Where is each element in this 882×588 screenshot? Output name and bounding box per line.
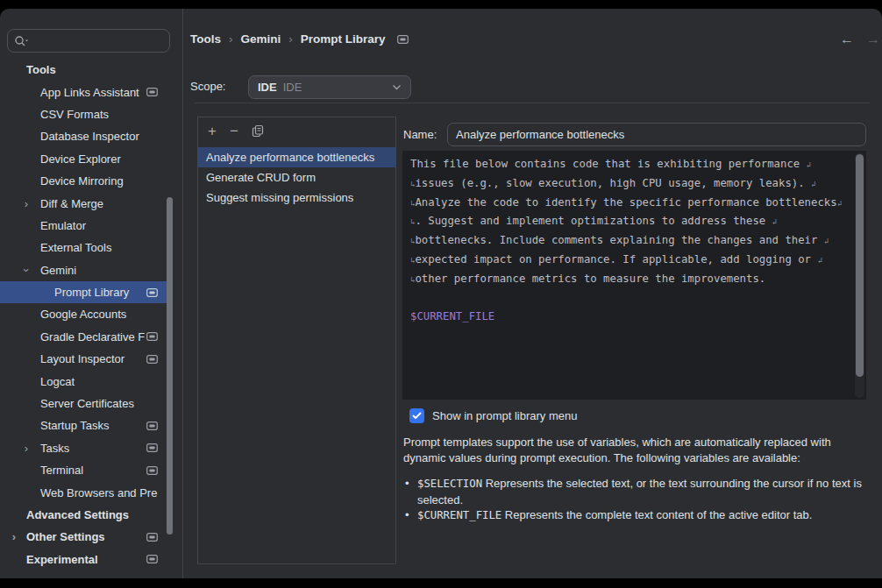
sidebar-item-label: Layout Inspector (40, 352, 124, 365)
breadcrumb-separator: › (229, 32, 233, 46)
sidebar-item-label: Logcat (40, 375, 75, 388)
chevron-down-icon (392, 84, 402, 90)
sidebar-item-layout-inspector[interactable]: Layout Inspector (0, 348, 167, 370)
sidebar-item-diff-merge[interactable]: › Diff & Merge (0, 192, 167, 214)
sidebar-item-other-settings[interactable]: › Other Settings (0, 526, 167, 548)
sidebar-item-advanced-settings[interactable]: Advanced Settings (0, 504, 167, 526)
variables-description: Prompt templates support the use of vari… (403, 435, 866, 465)
sidebar-item-label: Advanced Settings (26, 508, 129, 521)
add-prompt-button[interactable]: + (208, 124, 217, 138)
prompt-name-input[interactable] (447, 123, 866, 146)
editor-line: ↳other performance metrics to measure th… (410, 270, 845, 289)
settings-search-box[interactable] (7, 29, 170, 53)
monitor-icon (146, 355, 158, 364)
breadcrumb-gemini[interactable]: Gemini (241, 32, 281, 46)
monitor-icon (146, 533, 158, 542)
sidebar-item-label: Terminal (40, 464, 83, 477)
sidebar-item-google-accounts[interactable]: Google Accounts (0, 303, 167, 325)
remove-prompt-button[interactable]: − (230, 124, 238, 138)
sidebar-item-experimental[interactable]: Experimental (0, 549, 167, 570)
breadcrumb: Tools › Gemini › Prompt Library (190, 32, 409, 46)
bullet-icon: • (405, 476, 409, 492)
breadcrumb-prompt-library[interactable]: Prompt Library (301, 32, 386, 46)
sidebar-item-label: Gemini (40, 264, 76, 277)
sidebar-item-device-mirroring[interactable]: Device Mirroring (0, 170, 167, 192)
sidebar-item-database-inspector[interactable]: Database Inspector (0, 125, 167, 147)
sidebar-item-server-certificates[interactable]: Server Certificates (0, 393, 167, 414)
sidebar-item-label: Gradle Declarative F (40, 330, 145, 344)
sidebar-item-label: Emulator (40, 219, 86, 232)
monitor-icon (146, 288, 158, 297)
sidebar-item-label: Device Explorer (40, 152, 121, 166)
monitor-icon (146, 555, 158, 563)
editor-line (410, 289, 845, 308)
editor-scrollbar-thumb[interactable] (856, 154, 864, 377)
soft-wrap-icon: ↲ (807, 160, 811, 169)
editor-line: ↳. Suggest and implement optimizations t… (410, 212, 845, 231)
sidebar-item-prompt-library[interactable]: Prompt Library (0, 281, 167, 303)
sidebar-item-csv-formats[interactable]: CSV Formats (0, 103, 167, 125)
soft-wrap-icon: ↲ (772, 217, 777, 226)
sidebar-item-tools[interactable]: Tools (0, 59, 167, 81)
settings-dialog: Tools App Links Assistant CSV Formats Da… (0, 9, 882, 578)
sidebar-item-label: Google Accounts (40, 308, 126, 321)
sidebar-item-app-links-assistant[interactable]: App Links Assistant (0, 81, 167, 103)
prompt-list-panel: + − Analyze performance bottlenecks Gene… (197, 117, 396, 564)
sidebar-item-tasks[interactable]: › Tasks (0, 437, 167, 459)
editor-line: ↳expected impact on performance. If appl… (410, 251, 845, 270)
sidebar-item-emulator[interactable]: Emulator (0, 215, 167, 237)
variable-name: $CURRENT_FILE (417, 509, 501, 521)
variables-list: • $SELECTION Represents the selected tex… (405, 476, 875, 524)
sidebar-item-label: Web Browsers and Pre (40, 486, 157, 499)
back-arrow-icon[interactable]: ← (840, 32, 854, 47)
sidebar-item-label: Other Settings (26, 530, 105, 543)
monitor-icon (397, 35, 409, 44)
sidebar-item-label: CSV Formats (40, 108, 109, 121)
chevron-right-icon[interactable]: › (20, 443, 32, 454)
editor-line: ↳issues (e.g., slow execution, high CPU … (410, 174, 845, 194)
prompt-text-editor[interactable]: This file below contains code that is ex… (402, 151, 866, 400)
list-item-analyze-performance[interactable]: Analyze performance bottlenecks (198, 147, 395, 167)
search-icon (14, 35, 29, 47)
show-in-menu-row: Show in prompt library menu (409, 408, 577, 423)
settings-tree: Tools App Links Assistant CSV Formats Da… (0, 59, 167, 570)
sidebar-item-device-explorer[interactable]: Device Explorer (0, 148, 167, 170)
scope-dropdown[interactable]: IDE IDE (248, 75, 411, 99)
settings-sidebar: Tools App Links Assistant CSV Formats Da… (0, 9, 183, 578)
sidebar-item-label: Database Inspector (40, 130, 139, 143)
sidebar-item-gradle-declarative[interactable]: Gradle Declarative F (0, 326, 167, 348)
breadcrumb-separator: › (288, 32, 293, 46)
name-label: Name: (403, 128, 437, 141)
monitor-icon (146, 443, 158, 452)
monitor-icon (146, 422, 158, 430)
soft-wrap-icon: ↲ (824, 237, 829, 245)
sidebar-item-external-tools[interactable]: External Tools (0, 237, 167, 259)
editor-line: ↳Analyze the code to identify the specif… (410, 194, 845, 213)
chevron-right-icon[interactable]: › (20, 198, 32, 209)
chevron-right-icon[interactable]: › (8, 531, 20, 542)
monitor-icon (146, 466, 158, 475)
soft-wrap-icon: ↲ (837, 199, 842, 208)
duplicate-prompt-icon[interactable] (252, 124, 264, 138)
chevron-down-icon[interactable]: › (21, 264, 32, 276)
sidebar-scrollbar[interactable] (167, 197, 173, 535)
show-in-menu-checkbox[interactable] (409, 408, 424, 423)
sidebar-item-label: Experimental (26, 553, 98, 566)
forward-arrow-icon[interactable]: → (866, 32, 880, 47)
scope-value: IDE (258, 81, 277, 94)
soft-wrap-icon: ↲ (811, 180, 815, 188)
list-item-generate-crud[interactable]: Generate CRUD form (198, 167, 395, 188)
sidebar-item-gemini[interactable]: › Gemini (0, 259, 167, 281)
breadcrumb-tools[interactable]: Tools (190, 32, 221, 46)
sidebar-item-label: Device Mirroring (40, 174, 124, 188)
sidebar-item-web-browsers[interactable]: Web Browsers and Pre (0, 481, 167, 503)
sidebar-item-logcat[interactable]: Logcat (0, 370, 167, 392)
list-item-suggest-permissions[interactable]: Suggest missing permissions (198, 188, 395, 208)
sidebar-item-label: Prompt Library (54, 286, 129, 299)
editor-scrollbar[interactable] (855, 152, 864, 398)
editor-line-variable: $CURRENT_FILE (410, 308, 845, 327)
search-input[interactable] (31, 34, 153, 47)
sidebar-item-terminal[interactable]: Terminal (0, 459, 167, 481)
sidebar-item-startup-tasks[interactable]: Startup Tasks (0, 414, 167, 436)
sidebar-item-label: Server Certificates (40, 397, 134, 410)
